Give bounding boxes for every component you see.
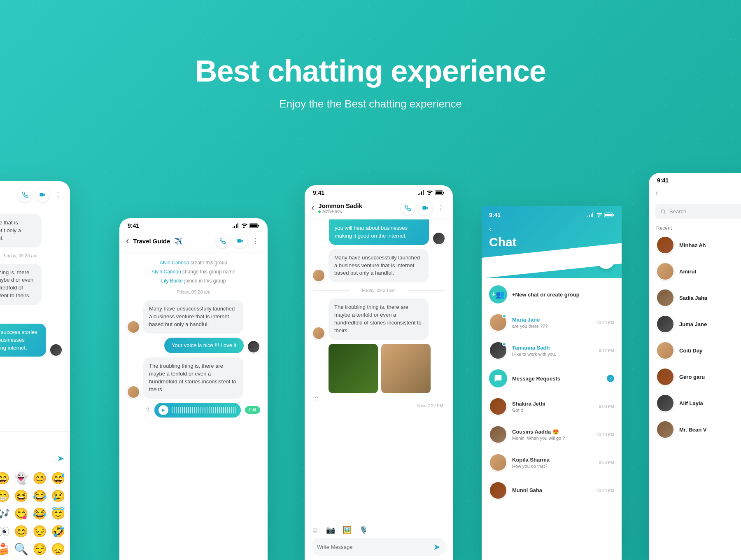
- emoji[interactable]: 🎶: [0, 507, 10, 520]
- emoji[interactable]: 🍰: [0, 542, 10, 556]
- back-button[interactable]: ‹: [126, 236, 129, 246]
- emoji[interactable]: 😂: [33, 489, 47, 503]
- contact-item[interactable]: Alif Layla: [649, 390, 741, 416]
- message-bubble: Many have unsuccessfully launched a busi…: [143, 300, 243, 334]
- emoji[interactable]: 😅: [51, 471, 65, 485]
- image-thumb[interactable]: [381, 344, 431, 393]
- emoji-icon[interactable]: ☺: [311, 526, 319, 534]
- chat-list-item[interactable]: Shakira JethiGot it9:00 PM: [482, 392, 622, 420]
- chat-icon: [489, 369, 507, 387]
- contact-item[interactable]: Sadia Jaha: [649, 285, 741, 311]
- emoji[interactable]: 👀: [0, 525, 10, 538]
- contact-item[interactable]: Gero garu: [649, 364, 741, 390]
- system-message: Alvin Cannon create this group: [127, 260, 260, 266]
- video-button[interactable]: [35, 188, 49, 202]
- call-button[interactable]: [216, 234, 230, 248]
- status-icons: [587, 212, 614, 217]
- message-draft[interactable]: ? ✌️: [0, 455, 53, 462]
- emoji[interactable]: 😂: [33, 507, 47, 520]
- video-button[interactable]: [233, 234, 247, 248]
- emoji[interactable]: 😊: [33, 471, 47, 485]
- avatar: [49, 343, 63, 357]
- emoji-picker[interactable]: 👍😄👻😊😅✌️😁😆😂😢😉🎶😋😂😇😆👀😊😔🤣🔨🍰🔍😌😞: [0, 467, 70, 560]
- avatar: [127, 385, 140, 399]
- emoji[interactable]: 😆: [14, 489, 28, 503]
- more-icon[interactable]: ⋮: [53, 190, 63, 199]
- new-chat-button[interactable]: +👥 +New chat or create group: [482, 280, 622, 308]
- time-divider: Friday, 09:20 am: [312, 288, 445, 293]
- message-bubble: The troubling thing is, there are maybe …: [329, 299, 429, 339]
- message-requests[interactable]: Message Requests2: [482, 364, 622, 392]
- share-icon[interactable]: ⇪: [314, 395, 319, 402]
- avatar: [489, 425, 507, 443]
- avatar: [656, 289, 674, 307]
- image-icon[interactable]: 🖼️: [343, 525, 352, 534]
- send-button[interactable]: ➤: [57, 453, 64, 463]
- contact-item[interactable]: Mr. Bean V: [649, 416, 741, 443]
- phone-chat-list: 9:41 ‹ Chat +👥 +New chat or create group…: [482, 206, 622, 560]
- call-button[interactable]: [18, 188, 32, 202]
- camera-icon[interactable]: 📷: [326, 525, 335, 534]
- send-button[interactable]: ➤: [433, 542, 440, 552]
- contact-item[interactable]: Amirul: [649, 258, 741, 285]
- status-icons: [232, 223, 259, 228]
- call-button[interactable]: [401, 201, 415, 215]
- contact-item[interactable]: Coiti Day: [649, 337, 741, 364]
- system-message: Lily Burke joined in this group: [127, 278, 260, 284]
- contact-item[interactable]: Minhaz Ah: [649, 232, 741, 258]
- avatar: [312, 327, 325, 340]
- more-icon[interactable]: ⋮: [436, 203, 446, 212]
- more-icon[interactable]: ⋮: [250, 236, 261, 245]
- avatar: [656, 420, 674, 439]
- emoji[interactable]: 😋: [14, 507, 28, 520]
- svg-point-13: [661, 210, 664, 213]
- plane-icon: ✈️: [174, 237, 182, 245]
- contact-status: Active now: [318, 209, 362, 214]
- emoji[interactable]: 😄: [0, 471, 10, 485]
- emoji[interactable]: 😊: [14, 525, 28, 538]
- svg-rect-6: [436, 191, 442, 194]
- image-attachments[interactable]: [329, 344, 445, 393]
- emoji[interactable]: 😞: [51, 542, 65, 556]
- message-bubble: you will hear about businesses making it…: [329, 219, 429, 245]
- chat-list-item[interactable]: Maria Janeare you there ???10:24 PM: [482, 308, 622, 336]
- svg-rect-2: [250, 224, 257, 227]
- status-bar: 9:41: [305, 185, 453, 198]
- back-button[interactable]: ‹: [311, 203, 314, 213]
- svg-rect-7: [443, 192, 444, 194]
- image-thumb[interactable]: [329, 344, 378, 393]
- share-icon[interactable]: ⇪: [145, 406, 150, 414]
- play-icon[interactable]: ▶: [158, 405, 168, 415]
- edit-button[interactable]: Edit: [245, 406, 260, 414]
- chat-title: Travel Guide: [133, 238, 170, 245]
- voice-message[interactable]: ⇪ ▶ Edit: [143, 403, 260, 418]
- avatar: [127, 320, 140, 334]
- emoji[interactable]: 🤣: [51, 525, 65, 538]
- svg-rect-0: [40, 193, 43, 196]
- emoji[interactable]: 👻: [14, 471, 28, 485]
- emoji[interactable]: 😌: [33, 542, 47, 556]
- chat-list-item[interactable]: Tamanna Sadhi like to work with you.9:12…: [482, 336, 622, 364]
- contact-item[interactable]: Juma Jane: [649, 311, 741, 337]
- chat-list-item[interactable]: Kopila SharmaHow you do that?8:33 PM: [482, 448, 622, 476]
- mic-icon[interactable]: 🎙️: [359, 525, 368, 534]
- video-button[interactable]: [418, 201, 432, 215]
- message-bubble: rous success stories out businesses maki…: [0, 324, 46, 357]
- chat-list-item[interactable]: Munni Saha10:24 PM: [482, 476, 622, 504]
- back-button[interactable]: ‹: [655, 188, 658, 198]
- back-button[interactable]: ‹: [489, 224, 614, 233]
- status-bar: 9:41: [649, 173, 741, 186]
- message-input[interactable]: [317, 544, 429, 550]
- time-divider: Friday, 09:20 am: [127, 289, 260, 294]
- emoji[interactable]: 😔: [33, 525, 47, 538]
- emoji[interactable]: 🔍: [14, 542, 28, 556]
- svg-rect-8: [422, 206, 426, 210]
- section-label: Recent: [649, 223, 741, 232]
- status-bar: 9:41: [119, 218, 268, 231]
- emoji[interactable]: 😢: [51, 489, 65, 503]
- search-input[interactable]: Search: [655, 204, 741, 219]
- emoji[interactable]: 😇: [51, 507, 65, 520]
- emoji[interactable]: 😁: [0, 489, 10, 503]
- avatar: [656, 394, 674, 412]
- chat-list-item[interactable]: Cousins Aadda 😍Mahin: When you will go ?…: [482, 420, 622, 448]
